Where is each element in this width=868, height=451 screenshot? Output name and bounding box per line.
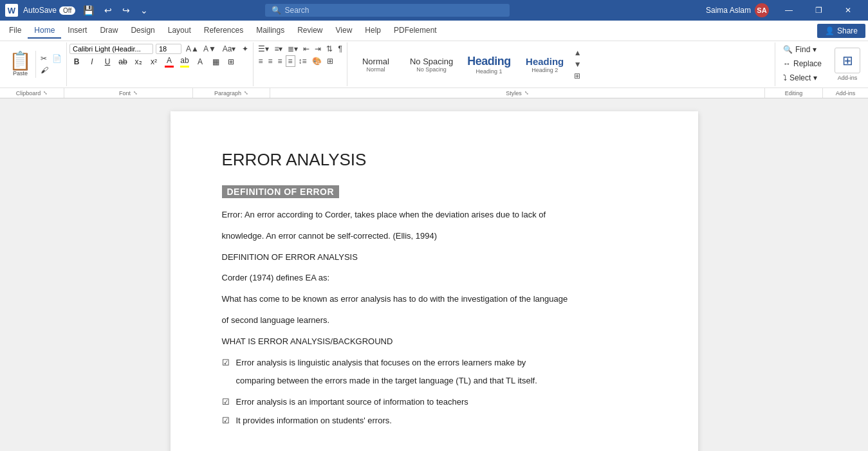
more-icon[interactable]: ⌄ — [138, 4, 151, 17]
share-button[interactable]: 👤 Share — [817, 24, 865, 38]
change-case-button[interactable]: Aa▾ — [221, 44, 238, 54]
styles-scroll-buttons: ▲ ▼ ⊞ — [572, 48, 584, 81]
save-icon[interactable]: 💾 — [80, 4, 97, 17]
align-center-button[interactable]: ≡ — [266, 56, 274, 66]
decrease-indent-button[interactable]: ⇤ — [301, 44, 311, 54]
tab-view[interactable]: View — [329, 23, 359, 39]
bullet-char-1: ☑ — [222, 356, 232, 370]
format-painter-button[interactable]: 🖌 — [39, 65, 50, 75]
increase-font-button[interactable]: A▲ — [184, 44, 201, 54]
align-left-button[interactable]: ≡ — [256, 56, 264, 66]
justify-button[interactable]: ≡ — [286, 55, 295, 67]
user-name: Saima Aslam — [706, 6, 751, 15]
font-size-selector[interactable] — [156, 44, 181, 54]
clear-formatting-button[interactable]: ✦ — [240, 44, 250, 54]
document-body: Error: An error according to Corder, tak… — [222, 208, 647, 428]
paste-button[interactable]: 📋 Paste — [5, 51, 36, 78]
font-name-selector[interactable] — [69, 44, 153, 54]
align-right-button[interactable]: ≡ — [276, 56, 284, 66]
tab-mailings[interactable]: Mailings — [250, 23, 291, 39]
addins-group-label: Add-ins — [823, 88, 868, 98]
paste-label: Paste — [13, 70, 28, 77]
increase-indent-button[interactable]: ⇥ — [313, 44, 323, 54]
ribbon-toolbar: 📋 Paste ✂ 📄 🖌 A▲ A▼ — [0, 41, 868, 87]
style-heading1[interactable]: Heading Heading 1 — [461, 45, 517, 84]
ribbon: File Home Insert Draw Design Layout Refe… — [0, 21, 868, 98]
multilevel-list-button[interactable]: ≣▾ — [286, 44, 300, 54]
paragraph-group-label[interactable]: Paragraph ⤡ — [193, 88, 270, 98]
document-title: ERROR ANALYSIS — [222, 150, 647, 170]
editing-group-label[interactable]: Editing — [765, 88, 823, 98]
strikethrough-button[interactable]: ab — [116, 55, 130, 68]
close-button[interactable]: ✕ — [833, 0, 863, 21]
italic-button[interactable]: I — [85, 55, 99, 68]
line-spacing-button[interactable]: ↕≡ — [297, 56, 309, 66]
window-controls: — ❐ ✕ — [774, 0, 863, 21]
style-heading2[interactable]: Heading Heading 2 — [519, 45, 571, 84]
definition-heading: DEFINITION OF ERROR — [222, 185, 340, 198]
restore-button[interactable]: ❐ — [804, 0, 833, 21]
bullet-1: ☑ Error analysis is linguistic analysis … — [222, 356, 647, 370]
highlight-color-button[interactable]: ab — [178, 55, 192, 68]
find-button[interactable]: 🔍 Find ▾ — [780, 44, 824, 55]
tab-layout[interactable]: Layout — [162, 23, 198, 39]
text-effects-button[interactable]: A — [193, 55, 207, 68]
tab-review[interactable]: Review — [291, 23, 329, 39]
para-5: What has come to be known as error analy… — [222, 293, 647, 306]
replace-button[interactable]: ↔ Replace — [780, 58, 824, 69]
tab-design[interactable]: Design — [124, 23, 161, 39]
decrease-font-button[interactable]: A▼ — [201, 44, 218, 54]
addins-icon[interactable]: ⊞ — [835, 48, 860, 73]
tab-file[interactable]: File — [3, 23, 28, 39]
font-group-label[interactable]: Font ⤡ — [64, 88, 193, 98]
minimize-button[interactable]: — — [774, 0, 804, 21]
numbering-button[interactable]: ≡▾ — [272, 44, 284, 54]
bullets-button[interactable]: ☰▾ — [256, 44, 271, 54]
undo-icon[interactable]: ↩ — [102, 4, 115, 17]
bullet-3: ☑ It provides information on students' e… — [222, 414, 647, 428]
shading-button[interactable]: ▦ — [208, 55, 223, 68]
superscript-button[interactable]: x² — [147, 55, 161, 68]
ribbon-group-labels: Clipboard ⤡ Font ⤡ Paragraph ⤡ Styles ⤡ … — [0, 87, 868, 98]
show-marks-button[interactable]: ¶ — [336, 44, 344, 54]
bold-button[interactable]: B — [69, 55, 84, 68]
search-bar[interactable]: 🔍 Search — [265, 4, 510, 17]
clipboard-group-label[interactable]: Clipboard ⤡ — [0, 88, 64, 98]
styles-expand[interactable]: ⊞ — [572, 71, 584, 81]
bullet-2: ☑ Error analysis is an important source … — [222, 396, 647, 409]
style-no-spacing-label: No Spacing — [410, 57, 453, 66]
redo-icon[interactable]: ↪ — [120, 4, 133, 17]
autosave-label: AutoSave — [23, 6, 57, 15]
styles-group-label[interactable]: Styles ⤡ — [270, 88, 765, 98]
font-group: A▲ A▼ Aa▾ ✦ B I U ab x₂ x² A — [67, 42, 254, 86]
search-text[interactable]: Search — [285, 6, 309, 15]
tab-references[interactable]: References — [198, 23, 250, 39]
styles-scroll-up[interactable]: ▲ — [572, 48, 584, 58]
borders-para-button[interactable]: ⊞ — [325, 56, 335, 66]
ribbon-tab-bar: File Home Insert Draw Design Layout Refe… — [0, 21, 868, 41]
style-no-spacing[interactable]: No Spacing No Spacing — [404, 45, 459, 84]
styles-list: Normal Normal No Spacing No Spacing Head… — [350, 45, 571, 84]
tab-insert[interactable]: Insert — [61, 23, 93, 39]
styles-scroll-down[interactable]: ▼ — [572, 59, 584, 69]
cut-button[interactable]: ✂ — [39, 53, 49, 64]
tab-home[interactable]: Home — [28, 23, 61, 39]
select-button[interactable]: ⤵ Select ▾ — [780, 72, 824, 84]
document-page[interactable]: ERROR ANALYSIS DEFINITION OF ERROR Error… — [171, 111, 698, 451]
style-normal[interactable]: Normal Normal — [350, 45, 402, 84]
shading-para-button[interactable]: 🎨 — [310, 56, 324, 66]
font-color-button[interactable]: A — [162, 55, 176, 68]
para-6: of second language learners. — [222, 314, 647, 327]
borders-button[interactable]: ⊞ — [224, 55, 238, 68]
underline-button[interactable]: U — [100, 55, 115, 68]
document-area[interactable]: ERROR ANALYSIS DEFINITION OF ERROR Error… — [0, 98, 868, 451]
style-normal-sublabel: Normal — [366, 66, 385, 73]
copy-button[interactable]: 📄 — [50, 53, 64, 64]
subscript-button[interactable]: x₂ — [131, 55, 145, 68]
style-no-spacing-sublabel: No Spacing — [416, 66, 447, 73]
tab-draw[interactable]: Draw — [93, 23, 124, 39]
tab-pdfelement[interactable]: PDFelement — [387, 23, 443, 39]
sort-button[interactable]: ⇅ — [324, 44, 335, 54]
tab-help[interactable]: Help — [358, 23, 387, 39]
autosave-toggle[interactable]: Off — [59, 6, 75, 15]
